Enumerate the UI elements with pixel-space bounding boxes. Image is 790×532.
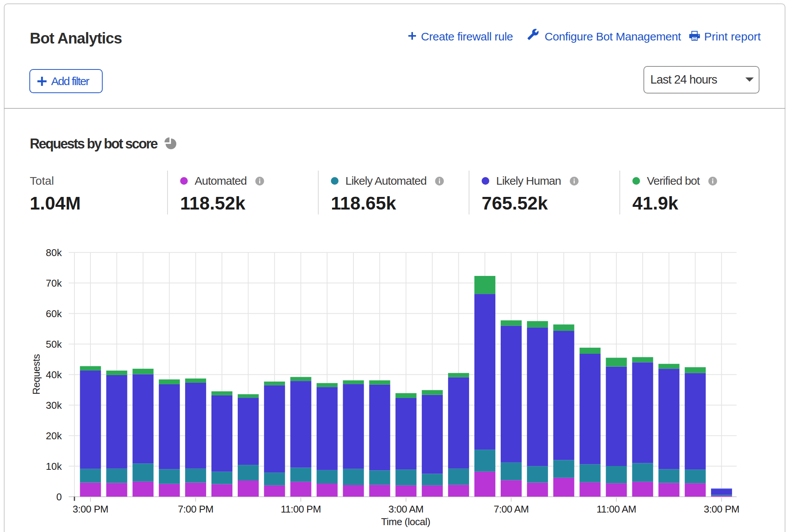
svg-text:11:00 PM: 11:00 PM [281, 503, 321, 515]
svg-text:40k: 40k [46, 369, 62, 380]
svg-text:30k: 30k [46, 400, 62, 411]
svg-text:20k: 20k [46, 430, 62, 442]
svg-text:80k: 80k [46, 247, 62, 258]
svg-text:0: 0 [56, 491, 62, 503]
svg-text:Requests: Requests [31, 354, 42, 395]
svg-text:3:00 PM: 3:00 PM [73, 503, 108, 515]
svg-text:50k: 50k [46, 339, 62, 350]
svg-text:10k: 10k [46, 461, 62, 472]
svg-text:60k: 60k [46, 308, 62, 319]
svg-text:7:00 AM: 7:00 AM [493, 503, 529, 515]
svg-text:11:00 AM: 11:00 AM [597, 503, 636, 515]
svg-text:3:00 AM: 3:00 AM [389, 503, 424, 515]
svg-text:7:00 PM: 7:00 PM [178, 503, 213, 515]
svg-text:70k: 70k [46, 277, 62, 289]
svg-text:Time (local): Time (local) [381, 516, 430, 527]
svg-text:3:00 PM: 3:00 PM [704, 503, 739, 515]
